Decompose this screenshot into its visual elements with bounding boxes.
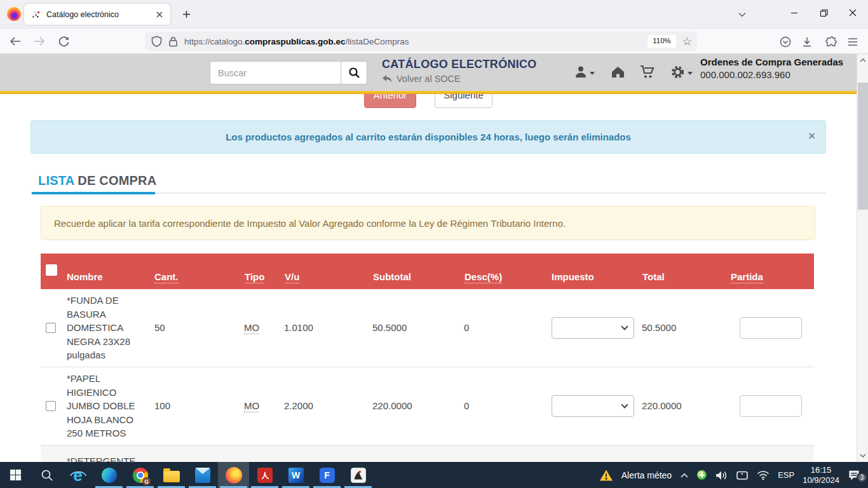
- downloads-icon[interactable]: [799, 34, 815, 50]
- browser-tab[interactable]: Catálogo electrónico: [24, 4, 170, 25]
- product-tipo[interactable]: MO: [244, 400, 259, 412]
- taskbar-chrome-button[interactable]: [125, 462, 156, 488]
- window-minimize-button[interactable]: [780, 0, 809, 25]
- browser-titlebar: Catálogo electrónico: [0, 0, 868, 29]
- volume-icon[interactable]: [715, 470, 728, 481]
- row-checkbox[interactable]: [46, 401, 56, 411]
- product-name: *DETERGENTE: [66, 445, 153, 462]
- hamburger-menu-icon[interactable]: [845, 34, 860, 50]
- partida-input[interactable]: [740, 395, 802, 417]
- taskbar-edge-button[interactable]: [93, 462, 125, 488]
- lock-icon[interactable]: [168, 36, 178, 47]
- pocket-icon[interactable]: [778, 34, 793, 50]
- product-name: *FUNDA DE BASURA DOMESTICA NEGRA 23X28 p…: [66, 289, 153, 367]
- edge-icon: [102, 468, 117, 483]
- product-subtotal: 50.5000: [372, 289, 464, 367]
- list-tabs-chevron-icon[interactable]: [735, 8, 750, 22]
- page-scrollbar[interactable]: [857, 54, 868, 462]
- product-tipo[interactable]: MO: [244, 322, 259, 334]
- partida-input[interactable]: [740, 317, 802, 339]
- product-total: 50.5000: [642, 289, 729, 367]
- clock[interactable]: 16:15 10/9/2024: [803, 465, 839, 485]
- col-header-tipo[interactable]: Tipo: [244, 254, 284, 289]
- tray-chevron-up-icon[interactable]: [680, 472, 689, 478]
- page-title-accent: LISTA: [38, 173, 74, 187]
- blue-f-app-icon: [320, 468, 335, 483]
- table-header-row: Nombre Cant. Tipo V/u Subtotal Desc(%) I…: [41, 254, 814, 289]
- cart-icon[interactable]: [640, 65, 655, 79]
- browser-toolbar: https://catalogo.compraspublicas.gob.ec/…: [0, 29, 868, 54]
- col-header-subtotal: Subtotal: [372, 254, 464, 289]
- col-header-partida[interactable]: Partida: [729, 254, 814, 289]
- volver-al-soce-link[interactable]: Volver al SOCE: [382, 74, 461, 84]
- search-button[interactable]: [341, 61, 367, 85]
- taskbar-search-button[interactable]: [31, 462, 62, 488]
- search-input[interactable]: [210, 61, 341, 85]
- back-button[interactable]: [8, 34, 23, 49]
- window-close-button[interactable]: [838, 0, 867, 25]
- product-desc: 0: [464, 289, 550, 367]
- product-total: 220.0000: [642, 367, 729, 445]
- anterior-button[interactable]: Anterior: [364, 94, 416, 108]
- extensions-puzzle-icon[interactable]: [824, 34, 839, 50]
- taskbar-firefox-button[interactable]: [218, 462, 249, 488]
- tax-warning-text: Recuerde aplicar la tarifa correspondien…: [54, 218, 566, 229]
- weather-alert-icon[interactable]: [599, 469, 613, 482]
- home-icon[interactable]: [611, 65, 625, 79]
- select-all-checkbox[interactable]: [46, 264, 57, 276]
- col-header-desc[interactable]: Desc(%): [464, 254, 550, 289]
- cart-info-alert-text: Los productos agregados al carrito estar…: [226, 132, 631, 142]
- gear-icon[interactable]: [670, 65, 685, 79]
- col-header-total: Total: [642, 254, 729, 289]
- row-checkbox[interactable]: [46, 323, 56, 333]
- wifi-icon[interactable]: [757, 470, 770, 480]
- scrollbar-down-icon[interactable]: [859, 452, 867, 459]
- search-icon: [41, 469, 53, 482]
- tab-close-icon[interactable]: [153, 8, 166, 22]
- impuesto-select[interactable]: [552, 317, 634, 339]
- firefox-icon: [226, 467, 242, 484]
- page-title: LISTA DE COMPRA: [31, 173, 826, 194]
- zoom-level-badge[interactable]: 110%: [648, 35, 676, 48]
- reload-button[interactable]: [56, 34, 71, 49]
- taskbar-word-button[interactable]: [280, 462, 311, 488]
- table-row: *DETERGENTE: [41, 445, 814, 462]
- windows-taskbar: e Alerta méteo: [0, 462, 868, 488]
- taskbar-file-explorer-button[interactable]: [156, 462, 187, 488]
- gear-caret-icon: [688, 72, 693, 78]
- alert-close-icon[interactable]: ×: [808, 130, 815, 142]
- java-app-icon: [351, 468, 366, 483]
- language-indicator[interactable]: ESP: [778, 470, 794, 480]
- orders-value: 000.000.002.693.960: [700, 69, 843, 81]
- taskbar-ie-button[interactable]: e: [62, 462, 93, 488]
- taskbar-blue-f-app-button[interactable]: [311, 462, 342, 488]
- col-header-nombre: Nombre: [66, 254, 153, 289]
- impuesto-select[interactable]: [552, 395, 634, 417]
- weather-alert-label[interactable]: Alerta méteo: [621, 470, 672, 480]
- forward-button[interactable]: [32, 34, 47, 49]
- shield-icon[interactable]: [151, 36, 162, 47]
- notification-center-button[interactable]: 3: [848, 469, 860, 481]
- taskbar-acrobat-button[interactable]: [249, 462, 280, 488]
- windows-logo-icon: [10, 469, 22, 481]
- user-icon[interactable]: [574, 65, 588, 79]
- antivirus-tray-icon[interactable]: [697, 470, 707, 480]
- table-row: *FUNDA DE BASURA DOMESTICA NEGRA 23X28 p…: [41, 289, 814, 367]
- scrollbar-thumb[interactable]: [858, 83, 868, 210]
- scrollbar-up-icon[interactable]: [859, 57, 867, 64]
- col-header-vu[interactable]: V/u: [284, 254, 372, 289]
- url-bar[interactable]: https://catalogo.compraspublicas.gob.ec/…: [145, 32, 697, 51]
- taskbar-java-app-button[interactable]: [342, 462, 374, 488]
- mail-icon: [195, 468, 210, 483]
- window-restore-button[interactable]: [809, 0, 838, 25]
- bookmark-star-icon[interactable]: ☆: [682, 36, 692, 47]
- word-icon: [288, 468, 304, 483]
- new-tab-button[interactable]: [178, 6, 195, 23]
- siguiente-button[interactable]: Siguiente: [435, 94, 492, 108]
- table-row: *PAPEL HIGIENICO JUMBO DOBLE HOJA BLANCO…: [41, 367, 814, 445]
- taskbar-mail-button[interactable]: [187, 462, 218, 488]
- product-name: *PAPEL HIGIENICO JUMBO DOBLE HOJA BLANCO…: [66, 367, 153, 445]
- start-button[interactable]: [0, 462, 31, 488]
- col-header-cant[interactable]: Cant.: [153, 254, 244, 289]
- display-tray-icon[interactable]: [736, 470, 749, 481]
